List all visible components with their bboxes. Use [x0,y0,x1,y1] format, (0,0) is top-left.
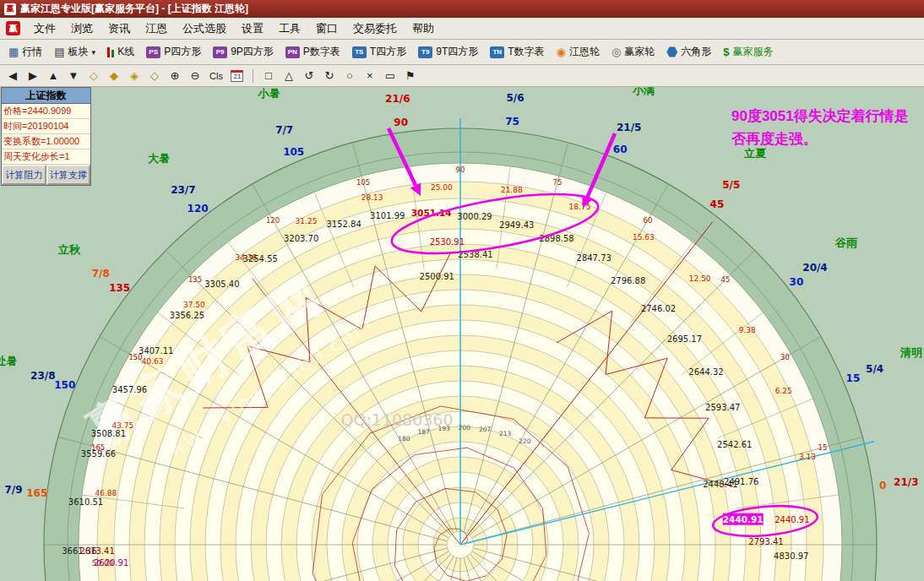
toolbar-kline-button[interactable]: K线 [101,42,140,62]
menu-item-7[interactable]: 窗口 [308,19,345,39]
drawing-toolbar: ◀▶▲▼◇◆◈◇⊕⊖Cls21□△↺↻○×▭⚑ [0,65,924,87]
svg-text:3559.66: 3559.66 [81,449,116,459]
window-title: 赢家江恩专业版[赢家服务平台] - [上证指数 江恩轮] [20,2,248,16]
svg-text:3508.81: 3508.81 [91,429,126,438]
tool-diamond-small[interactable]: ◇ [144,66,165,85]
svg-text:165: 165 [26,487,47,499]
toolbar-t-square-button[interactable]: TST四方形 [346,42,412,62]
gann-wheel-chart[interactable]: 赢家财富网www.yingjia360.comQQ:11080360153045… [0,86,924,581]
toolbar-winner-wheel-button[interactable]: ◎赢家轮 [606,42,660,62]
svg-text:180: 180 [398,435,410,443]
tool-rotate-right-tool[interactable]: ↻ [319,66,340,85]
svg-text:立秋: 立秋 [57,243,81,256]
svg-text:15: 15 [818,443,827,452]
tool-zoom-in[interactable]: ⊕ [165,66,185,85]
tool-circle-tool[interactable]: ○ [340,66,360,85]
tool-rect-tool[interactable]: □ [258,66,279,85]
svg-text:90: 90 [394,117,408,128]
svg-text:21/6: 21/6 [385,93,410,105]
p-table-icon: PN [285,46,300,58]
toolbar-p-square-button[interactable]: PSP四方形 [140,42,207,62]
svg-text:25.00: 25.00 [431,183,453,192]
svg-text:90: 90 [456,166,465,174]
menu-item-4[interactable]: 公式选股 [175,19,234,39]
tool-diamond-half[interactable]: ◈ [124,66,144,85]
svg-text:20/4: 20/4 [802,262,827,274]
svg-text:3152.84: 3152.84 [326,220,361,229]
svg-text:清明: 清明 [900,346,922,359]
tool-triangle-tool[interactable]: △ [279,66,299,85]
tool-diamond-outline[interactable]: ◇ [84,66,104,85]
hexagon-label: 六角形 [681,45,711,59]
title-bar: 赢 赢家江恩专业版[赢家服务平台] - [上证指数 江恩轮] [0,0,924,18]
tool-cls-tool[interactable]: Cls [205,66,227,85]
svg-text:193: 193 [438,425,451,432]
quotes-icon: ▦ [8,46,19,57]
menu-item-8[interactable]: 交易委托 [345,19,405,39]
menu-bar: 赢 文件浏览资讯江恩公式选股设置工具窗口交易委托帮助 [0,18,924,40]
svg-text:30: 30 [790,276,804,288]
svg-text:2796.88: 2796.88 [611,276,645,285]
svg-text:7/8: 7/8 [92,268,110,280]
svg-text:9.38: 9.38 [739,326,756,334]
info-panel-buttons: 计算阻力计算支撑 [2,165,90,185]
tool-calendar-21[interactable]: 21 [227,66,247,85]
svg-text:3203.70: 3203.70 [284,234,318,243]
toolbar-gann-wheel-button[interactable]: ◉江恩轮 [551,42,606,62]
svg-text:大暑: 大暑 [148,152,170,165]
svg-text:75: 75 [505,116,519,128]
tool-cross-tool[interactable]: × [360,66,380,85]
tool-zoom-out[interactable]: ⊖ [185,66,205,85]
toolbar-winner-service-button[interactable]: $赢家服务 [717,42,779,62]
svg-text:207: 207 [479,426,492,433]
svg-text:45: 45 [710,198,725,210]
tool-rotate-left-tool[interactable]: ↺ [299,66,319,85]
svg-text:21.88: 21.88 [501,186,523,194]
tool-nav-forward[interactable]: ▶ [23,66,43,85]
hexagon-icon [666,46,677,57]
9t-square-label: 9T四方形 [436,45,478,59]
menu-item-2[interactable]: 资讯 [101,19,138,39]
menu-item-0[interactable]: 文件 [26,19,63,39]
toolbar-9t-square-button[interactable]: T99T四方形 [412,42,484,62]
application-window: { "window": {"title": "赢家江恩专业版[赢家服务平台] -… [0,0,924,581]
tool-down-marker[interactable]: ▼ [63,66,84,85]
tool-diamond-solid[interactable]: ◆ [104,66,124,85]
toolbar-sectors-button[interactable]: ▤板块▾ [48,42,101,62]
svg-text:小满: 小满 [632,86,655,96]
toolbar-t-table-button[interactable]: TNT数字表 [484,42,550,62]
9p-square-label: 9P四方形 [231,45,274,59]
p-square-label: P四方形 [164,45,201,59]
annotation-line2: 否再度走强。 [731,128,924,150]
menu-item-5[interactable]: 设置 [234,19,271,39]
svg-text:2593.47: 2593.47 [705,403,740,412]
brand-logo-icon: 赢 [6,21,20,35]
dropdown-arrow-icon: ▾ [92,48,96,57]
info-row-2: 变换系数=1.00000 [2,134,90,149]
winner-wheel-label: 赢家轮 [624,45,655,59]
tool-nav-back[interactable]: ◀ [3,66,23,85]
toolbar-quotes-button[interactable]: ▦行情 [3,42,48,62]
menu-item-9[interactable]: 帮助 [405,19,442,39]
svg-text:21/3: 21/3 [894,476,918,488]
toolbar-9p-square-button[interactable]: P99P四方形 [207,42,280,62]
menu-item-6[interactable]: 工具 [271,19,308,39]
svg-text:120: 120 [266,216,280,225]
svg-text:5/6: 5/6 [506,92,524,104]
gann-wheel-label: 江恩轮 [569,45,600,59]
winner-wheel-icon: ◎ [611,46,621,57]
menu-item-3[interactable]: 江恩 [138,19,175,39]
info-button-0[interactable]: 计算阻力 [2,165,46,185]
svg-text:2620.91: 2620.91 [94,558,128,567]
tool-up-marker[interactable]: ▲ [43,66,63,85]
toolbar-p-table-button[interactable]: PNP数字表 [280,42,346,62]
info-row-1: 时间=20190104 [2,119,90,134]
winner-service-icon: $ [723,46,729,57]
toolbar-hexagon-button[interactable]: 六角形 [660,42,717,62]
svg-text:105: 105 [283,146,304,158]
menu-item-1[interactable]: 浏览 [63,19,101,39]
tool-flag-tool[interactable]: ⚑ [400,66,421,85]
info-button-1[interactable]: 计算支撑 [46,165,91,185]
tool-dashed-rect-tool[interactable]: ▭ [380,66,400,85]
svg-text:150: 150 [54,379,75,391]
